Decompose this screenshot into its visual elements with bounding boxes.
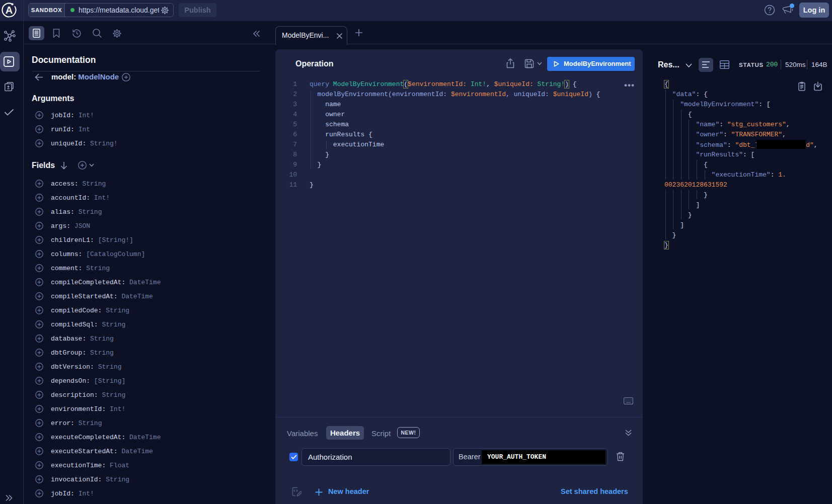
svg-text:A: A <box>6 5 13 16</box>
